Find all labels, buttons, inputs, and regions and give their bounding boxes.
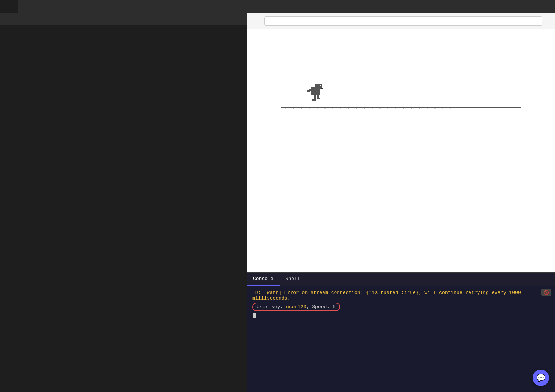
console-panel: Console Shell 🚫 LD: [warn] Error on stre…	[247, 272, 555, 392]
dino-ground	[281, 85, 521, 108]
svg-rect-6	[314, 95, 316, 100]
right-panel: Console Shell 🚫 LD: [warn] Error on stre…	[247, 13, 555, 392]
console-clear-button[interactable]: 🚫	[541, 289, 551, 296]
console-highlight-text: User key: user123, Speed: 6	[252, 303, 340, 311]
console-user-key: user123	[286, 304, 307, 310]
tab-bar	[0, 0, 555, 13]
game-canvas	[281, 85, 521, 108]
console-body[interactable]: 🚫 LD: [warn] Error on stream connection:…	[247, 286, 555, 392]
code-editor	[0, 13, 247, 392]
svg-rect-8	[312, 99, 316, 101]
tab-console[interactable]: Console	[247, 273, 280, 286]
dino-svg	[304, 83, 323, 104]
console-warn-message: LD: [warn] Error on stream connection: {…	[252, 290, 550, 301]
svg-rect-9	[317, 98, 320, 99]
console-info-message: User key: user123, Speed: 6	[252, 303, 550, 311]
url-bar[interactable]	[264, 16, 542, 26]
code-content[interactable]	[0, 25, 247, 392]
browser-bar	[247, 13, 555, 29]
svg-rect-5	[307, 90, 310, 92]
tab-shell[interactable]: Shell	[280, 273, 306, 286]
main-area: Console Shell 🚫 LD: [warn] Error on stre…	[0, 13, 555, 392]
dino-character	[304, 83, 323, 107]
console-tabs: Console Shell	[247, 273, 555, 286]
preview-area	[247, 29, 555, 272]
tab-close-button[interactable]	[7, 4, 13, 10]
editor-toolbar	[0, 13, 247, 25]
tab-app-js[interactable]	[0, 0, 18, 13]
ground-dots	[281, 108, 521, 109]
console-cursor-line	[252, 313, 550, 318]
svg-rect-2	[320, 85, 321, 86]
chat-button[interactable]: 💬	[533, 370, 549, 386]
svg-rect-3	[321, 88, 323, 89]
console-cursor	[253, 313, 256, 318]
